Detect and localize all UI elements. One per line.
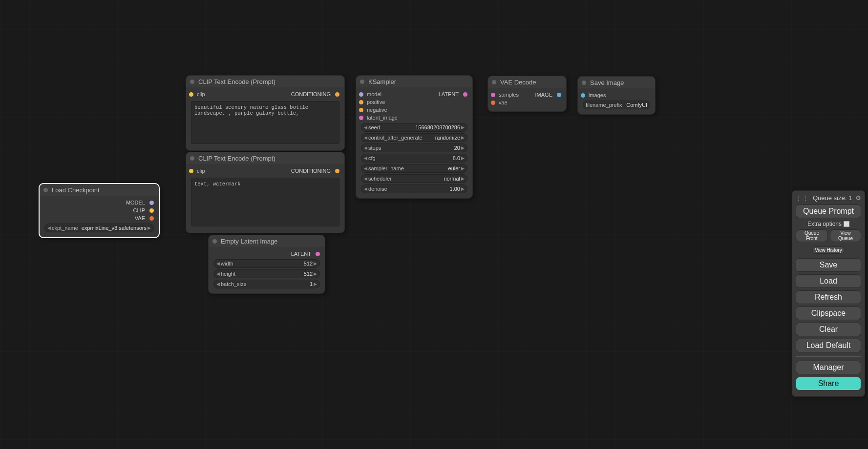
widget-width[interactable]: ◀width 512▶ bbox=[213, 259, 320, 268]
node-title[interactable]: Empty Latent Image bbox=[209, 235, 325, 247]
output-image[interactable]: IMAGE bbox=[535, 92, 561, 98]
left-arrow-icon[interactable]: ◀ bbox=[364, 176, 367, 181]
widget-batch-size[interactable]: ◀batch_size 1▶ bbox=[213, 280, 320, 288]
left-arrow-icon[interactable]: ◀ bbox=[364, 156, 367, 161]
node-save-image[interactable]: Save Image images filename_prefix ComfyU… bbox=[577, 76, 656, 115]
right-arrow-icon[interactable]: ▶ bbox=[314, 282, 317, 286]
port-icon[interactable] bbox=[359, 116, 363, 120]
gear-icon[interactable]: ⚙ bbox=[855, 194, 861, 202]
port-icon[interactable] bbox=[491, 93, 495, 97]
collapse-dot-icon[interactable] bbox=[190, 156, 194, 161]
control-panel[interactable]: ⋮⋮ Queue size: 1 ⚙ Queue Prompt Extra op… bbox=[792, 190, 865, 397]
input-positive[interactable]: positive bbox=[361, 99, 385, 105]
output-vae[interactable]: VAE bbox=[135, 215, 154, 221]
node-title[interactable]: Save Image bbox=[578, 77, 655, 88]
node-title[interactable]: CLIP Text Encode (Prompt) bbox=[186, 152, 344, 164]
collapse-dot-icon[interactable] bbox=[190, 80, 194, 84]
input-clip[interactable]: clip bbox=[191, 168, 205, 174]
left-arrow-icon[interactable]: ◀ bbox=[364, 125, 367, 130]
node-ksampler[interactable]: KSampler model LATENT positive negative … bbox=[356, 75, 473, 199]
left-arrow-icon[interactable]: ◀ bbox=[216, 261, 220, 266]
widget-control-after-generate[interactable]: ◀control_after_generaterandomize▶ bbox=[361, 133, 467, 142]
port-icon[interactable] bbox=[463, 92, 467, 97]
node-clip-positive[interactable]: CLIP Text Encode (Prompt) clip CONDITION… bbox=[186, 75, 345, 151]
refresh-button[interactable]: Refresh bbox=[796, 290, 861, 304]
port-icon[interactable] bbox=[149, 208, 154, 213]
output-clip[interactable]: CLIP bbox=[133, 207, 154, 213]
output-latent[interactable]: LATENT bbox=[439, 91, 467, 97]
queue-front-button[interactable]: Queue Front bbox=[796, 229, 828, 242]
node-title[interactable]: Load Checkpoint bbox=[40, 184, 159, 196]
port-icon[interactable] bbox=[335, 169, 339, 173]
collapse-dot-icon[interactable] bbox=[212, 239, 217, 244]
widget-ckpt-name[interactable]: ◀ckpt_name expmixLine_v3.safetensors▶ bbox=[44, 224, 154, 232]
widget-denoise[interactable]: ◀denoise1.00▶ bbox=[361, 184, 467, 193]
right-arrow-icon[interactable]: ▶ bbox=[461, 176, 465, 181]
manager-button[interactable]: Manager bbox=[796, 361, 861, 374]
port-icon[interactable] bbox=[189, 169, 193, 173]
input-model[interactable]: model bbox=[361, 91, 381, 97]
node-title[interactable]: CLIP Text Encode (Prompt) bbox=[186, 76, 344, 87]
input-images[interactable]: images bbox=[583, 92, 606, 98]
load-default-button[interactable]: Load Default bbox=[796, 339, 861, 352]
right-arrow-icon[interactable]: ▶ bbox=[461, 186, 465, 191]
right-arrow-icon[interactable]: ▶ bbox=[461, 166, 465, 171]
port-icon[interactable] bbox=[359, 92, 363, 97]
view-queue-button[interactable]: View Queue bbox=[830, 229, 861, 242]
right-arrow-icon[interactable]: ▶ bbox=[461, 145, 465, 150]
port-icon[interactable] bbox=[581, 93, 585, 98]
output-conditioning[interactable]: CONDITIONING bbox=[291, 168, 339, 174]
collapse-dot-icon[interactable] bbox=[492, 80, 496, 84]
node-vae-decode[interactable]: VAE Decode samples IMAGE vae bbox=[487, 76, 567, 112]
port-icon[interactable] bbox=[316, 252, 320, 256]
port-icon[interactable] bbox=[149, 201, 154, 205]
port-icon[interactable] bbox=[557, 93, 561, 97]
node-load-checkpoint[interactable]: Load Checkpoint MODEL CLIP VAE ◀ckpt_nam… bbox=[39, 184, 159, 238]
input-latent-image[interactable]: latent_image bbox=[361, 115, 398, 121]
left-arrow-icon[interactable]: ◀ bbox=[47, 225, 51, 230]
port-icon[interactable] bbox=[359, 100, 363, 104]
queue-prompt-button[interactable]: Queue Prompt bbox=[796, 204, 861, 218]
left-arrow-icon[interactable]: ◀ bbox=[216, 282, 220, 286]
input-samples[interactable]: samples bbox=[493, 92, 519, 98]
port-icon[interactable] bbox=[491, 101, 495, 105]
view-history-button[interactable]: View History bbox=[812, 246, 844, 254]
widget-height[interactable]: ◀height 512▶ bbox=[213, 269, 320, 278]
left-arrow-icon[interactable]: ◀ bbox=[364, 145, 367, 150]
node-title[interactable]: VAE Decode bbox=[488, 76, 566, 88]
widget-seed[interactable]: ◀seed156680208700286▶ bbox=[361, 123, 467, 132]
collapse-dot-icon[interactable] bbox=[582, 81, 586, 85]
input-vae[interactable]: vae bbox=[493, 100, 508, 105]
extra-options-checkbox[interactable] bbox=[844, 221, 849, 227]
port-icon[interactable] bbox=[189, 92, 193, 97]
port-icon[interactable] bbox=[149, 216, 154, 221]
prompt-textarea[interactable] bbox=[191, 178, 339, 226]
right-arrow-icon[interactable]: ▶ bbox=[314, 261, 317, 266]
input-clip[interactable]: clip bbox=[191, 91, 205, 97]
port-icon[interactable] bbox=[359, 108, 363, 112]
output-model[interactable]: MODEL bbox=[126, 200, 154, 205]
port-icon[interactable] bbox=[335, 92, 339, 97]
clipspace-button[interactable]: Clipspace bbox=[796, 306, 861, 320]
load-button[interactable]: Load bbox=[796, 274, 861, 288]
input-negative[interactable]: negative bbox=[361, 107, 387, 113]
widget-filename-prefix[interactable]: filename_prefix ComfyUI bbox=[583, 101, 650, 109]
left-arrow-icon[interactable]: ◀ bbox=[216, 271, 220, 276]
widget-scheduler[interactable]: ◀schedulernormal▶ bbox=[361, 174, 467, 183]
right-arrow-icon[interactable]: ▶ bbox=[314, 271, 317, 276]
share-button[interactable]: Share bbox=[796, 377, 861, 390]
collapse-dot-icon[interactable] bbox=[360, 80, 364, 84]
left-arrow-icon[interactable]: ◀ bbox=[364, 186, 367, 191]
right-arrow-icon[interactable]: ▶ bbox=[461, 135, 465, 140]
prompt-textarea[interactable] bbox=[191, 101, 339, 144]
drag-handle-icon[interactable]: ⋮⋮ bbox=[796, 195, 809, 202]
widget-sampler-name[interactable]: ◀sampler_nameeuler▶ bbox=[361, 164, 467, 173]
output-conditioning[interactable]: CONDITIONING bbox=[291, 91, 339, 97]
node-empty-latent[interactable]: Empty Latent Image LATENT ◀width 512▶ ◀h… bbox=[208, 235, 325, 294]
node-title[interactable]: KSampler bbox=[356, 76, 472, 87]
save-button[interactable]: Save bbox=[796, 258, 861, 272]
widget-steps[interactable]: ◀steps20▶ bbox=[361, 143, 467, 152]
node-clip-negative[interactable]: CLIP Text Encode (Prompt) clip CONDITION… bbox=[186, 152, 345, 233]
right-arrow-icon[interactable]: ▶ bbox=[148, 225, 151, 230]
widget-cfg[interactable]: ◀cfg8.0▶ bbox=[361, 154, 467, 163]
